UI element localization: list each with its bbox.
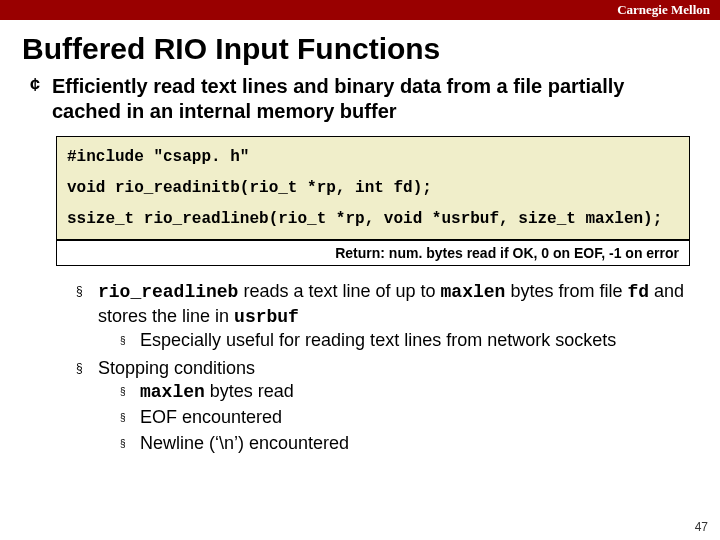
square-bullet-icon: § xyxy=(120,329,140,352)
code-token: maxlen xyxy=(140,382,205,402)
detail-list: § rio_readlineb reads a text line of up … xyxy=(76,280,694,457)
list-item-text: maxlen bytes read xyxy=(140,380,694,404)
nested-list: § maxlen bytes read § EOF encountered § … xyxy=(120,380,694,455)
code-token: fd xyxy=(627,282,649,302)
text-fragment: bytes from file xyxy=(505,281,627,301)
code-token: rio_readlineb xyxy=(98,282,238,302)
slide-header: Carnegie Mellon xyxy=(0,0,720,20)
square-bullet-icon: § xyxy=(120,406,140,429)
list-item: § Especially useful for reading text lin… xyxy=(120,329,694,352)
intro-text: Efficiently read text lines and binary d… xyxy=(52,74,694,124)
bullet-marker: ¢ xyxy=(26,74,52,124)
brand-label: Carnegie Mellon xyxy=(617,2,710,17)
square-bullet-icon: § xyxy=(76,357,98,458)
code-token: maxlen xyxy=(441,282,506,302)
code-line: #include "csapp. h" xyxy=(67,145,679,170)
list-item-body: rio_readlineb reads a text line of up to… xyxy=(98,280,694,354)
code-line: ssize_t rio_readlineb(rio_t *rp, void *u… xyxy=(67,207,679,232)
list-item: § Newline (‘\n’) encountered xyxy=(120,432,694,455)
list-item-text: Especially useful for reading text lines… xyxy=(140,329,694,352)
square-bullet-icon: § xyxy=(120,380,140,404)
slide-body: ¢ Efficiently read text lines and binary… xyxy=(0,74,720,457)
text-fragment: bytes read xyxy=(205,381,294,401)
code-token: usrbuf xyxy=(234,307,299,327)
list-item-body: Stopping conditions § maxlen bytes read … xyxy=(98,357,694,458)
page-number: 47 xyxy=(695,520,708,534)
list-item: § rio_readlineb reads a text line of up … xyxy=(76,280,694,354)
square-bullet-icon: § xyxy=(120,432,140,455)
list-item: § maxlen bytes read xyxy=(120,380,694,404)
text-fragment: reads a text line of up to xyxy=(238,281,440,301)
list-item: § EOF encountered xyxy=(120,406,694,429)
square-bullet-icon: § xyxy=(76,280,98,354)
list-item-text: Newline (‘\n’) encountered xyxy=(140,432,694,455)
slide-title: Buffered RIO Input Functions xyxy=(0,20,720,74)
code-line: void rio_readinitb(rio_t *rp, int fd); xyxy=(67,176,679,201)
list-item-text: EOF encountered xyxy=(140,406,694,429)
nested-list: § Especially useful for reading text lin… xyxy=(120,329,694,352)
list-item: § Stopping conditions § maxlen bytes rea… xyxy=(76,357,694,458)
list-item-text: Stopping conditions xyxy=(98,358,255,378)
code-block: #include "csapp. h" void rio_readinitb(r… xyxy=(56,136,690,240)
return-note: Return: num. bytes read if OK, 0 on EOF,… xyxy=(56,240,690,266)
intro-bullet: ¢ Efficiently read text lines and binary… xyxy=(26,74,694,124)
